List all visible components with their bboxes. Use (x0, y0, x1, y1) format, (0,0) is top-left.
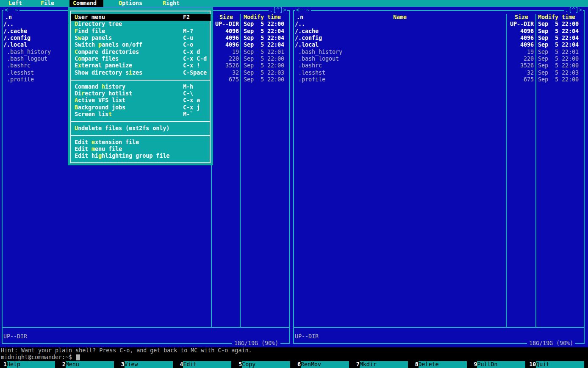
panel-right-ministatus-separator (294, 327, 584, 328)
menu-item-shortcut: C-x ! (183, 62, 200, 69)
fkey-3-view-button[interactable]: View (125, 361, 173, 368)
file-mtime: Sep 5 22:00 (244, 56, 284, 62)
file-name: .lesshst (295, 70, 325, 76)
panel-left-path[interactable]: <─ ~ (3, 7, 19, 14)
menubar-item-command[interactable]: Command (73, 0, 97, 7)
file-name: .bash_logout (295, 56, 339, 62)
file-size: 19 (508, 49, 534, 56)
menu-item-command-history[interactable]: Command historyM-h (71, 84, 211, 90)
menu-item-label: Show directory sizes (75, 70, 142, 76)
menu-divider (70, 121, 211, 122)
menubar-item-options[interactable]: Options (119, 0, 142, 7)
file-size: 4096 (213, 35, 239, 42)
menu-item-screen-list[interactable]: Screen listM-` (71, 111, 211, 118)
menu-item-swap-panels[interactable]: Swap panelsC-u (71, 35, 211, 42)
file-name: /.. (3, 21, 14, 28)
menu-item-user-menu[interactable]: User menuF2 (71, 14, 211, 21)
file-name: .bashrc (3, 62, 31, 69)
file-mtime: Sep 5 22:03 (244, 70, 284, 76)
menu-item-directory-hotlist[interactable]: Directory hotlistC-\ (71, 90, 211, 97)
panel-left-column-header-size[interactable]: Size (219, 14, 233, 21)
menu-item-shortcut: C-o (183, 42, 193, 48)
menu-item-label: Edit extension file (75, 139, 139, 146)
panel-left-sort-indicator[interactable]: .n (5, 14, 12, 21)
panel-left-nav-buttons[interactable]: .[^]> (269, 7, 287, 14)
menu-item-label: Command history (75, 84, 125, 90)
menu-item-directory-tree[interactable]: Directory tree (71, 21, 211, 28)
fkey-10-number: 10 (529, 361, 536, 368)
menu-item-edit-menu-file[interactable]: Edit menu file (71, 146, 211, 153)
fkey-7-mkdir-button[interactable]: Mkdir (360, 361, 408, 368)
fkey-9-number: 9 (470, 361, 477, 368)
menu-item-label: Find file (75, 28, 105, 35)
file-size: 220 (508, 56, 534, 62)
menubar: LeftFileCommandOptionsRight (0, 0, 588, 7)
panel-right-file-row[interactable]: .bash_history19Sep 5 22:01 (293, 49, 585, 56)
fkey-2-number: 2 (59, 361, 66, 368)
menu-item-compare-files[interactable]: Compare filesC-x C-d (71, 56, 211, 62)
menu-item-switch-panels-on-off[interactable]: Switch panels on/offC-o (71, 42, 211, 48)
menubar-item-right[interactable]: Right (163, 0, 180, 7)
menu-item-shortcut: C-\ (183, 90, 193, 97)
panel-right-file-row[interactable]: /.config4096Sep 5 22:04 (293, 35, 585, 42)
fkey-8-number: 8 (412, 361, 419, 368)
fkey-10-quit-button[interactable]: Quit (536, 361, 584, 368)
file-name: /.config (3, 35, 31, 42)
file-size: 32 (213, 70, 239, 76)
file-mtime: Sep 5 22:04 (538, 42, 579, 48)
menu-item-label: Edit menu file (75, 146, 122, 153)
file-size: 32 (508, 70, 534, 76)
fkey-1-help-button[interactable]: Help (7, 361, 55, 368)
menu-item-active-vfs-list[interactable]: Active VFS listC-x a (71, 97, 211, 104)
menu-item-undelete-files-ext2fs-only-[interactable]: Undelete files (ext2fs only) (71, 125, 211, 132)
menu-item-find-file[interactable]: Find fileM-? (71, 28, 211, 35)
fkey-5-number: 5 (235, 361, 242, 368)
file-name: .lesshst (3, 70, 34, 76)
fkey-2-menu-button[interactable]: Menu (66, 361, 114, 368)
panel-right-nav-buttons[interactable]: .[^]> (564, 7, 583, 14)
file-name: .bash_logout (3, 56, 47, 62)
file-mtime: Sep 5 22:00 (244, 76, 284, 83)
panel-right-file-row[interactable]: .bashrc3526Sep 5 22:00 (293, 62, 585, 69)
panel-right-file-row[interactable]: .lesshst32Sep 5 22:03 (293, 70, 585, 76)
fkey-8-delete-button[interactable]: Delete (419, 361, 467, 368)
fkey-6-renmov-button[interactable]: RenMov (301, 361, 349, 368)
menubar-item-file[interactable]: File (41, 0, 54, 7)
panel-right-path[interactable]: <─ ~ (295, 7, 311, 14)
menu-item-background-jobs[interactable]: Background jobsC-x j (71, 104, 211, 111)
file-size: 3526 (213, 62, 239, 69)
panel-right-file-row[interactable]: .bash_logout220Sep 5 22:00 (293, 56, 585, 62)
file-name: /.cache (295, 28, 319, 35)
menu-item-edit-extension-file[interactable]: Edit extension file (71, 139, 211, 146)
file-name: /.. (295, 21, 305, 28)
panel-right-file-row[interactable]: .profile675Sep 5 22:00 (293, 76, 585, 83)
panel-right-sort-indicator[interactable]: .n (297, 14, 303, 21)
file-size: 4096 (508, 35, 534, 42)
file-mtime: Sep 5 22:00 (244, 21, 284, 28)
fkey-5-copy-button[interactable]: Copy (242, 361, 290, 368)
panel-left-column-header-mtime[interactable]: Modify time (244, 14, 281, 21)
menu-item-external-panelize[interactable]: External panelizeC-x ! (71, 62, 211, 69)
menu-item-compare-directories[interactable]: Compare directoriesC-x d (71, 49, 211, 56)
panel-right-file-row[interactable]: /..UP--DIRSep 5 22:00 (293, 21, 585, 28)
panel-right-file-row[interactable]: /.local4096Sep 5 22:04 (293, 42, 585, 48)
menubar-item-left[interactable]: Left (8, 0, 22, 7)
file-name: /.local (295, 42, 319, 48)
fkey-9-pulldn-button[interactable]: PullDn (477, 361, 525, 368)
file-mtime: Sep 5 22:00 (538, 62, 579, 69)
panel-right-file-row[interactable]: /.cache4096Sep 5 22:04 (293, 28, 585, 35)
menu-item-edit-highlighting-group-file[interactable]: Edit highlighting group file (71, 153, 211, 159)
file-name: .profile (295, 76, 325, 83)
panel-right-column-header-mtime[interactable]: Modify time (538, 14, 575, 21)
panel-right-column-header-name[interactable]: Name (393, 14, 407, 21)
menu-item-label: User menu (75, 14, 105, 21)
menu-item-shortcut: C-Space (183, 70, 207, 76)
fkey-6-number: 6 (294, 361, 301, 368)
file-size: 220 (213, 56, 239, 62)
menu-item-label: Compare directories (75, 49, 139, 56)
fkey-4-edit-button[interactable]: Edit (183, 361, 231, 368)
panel-right-column-header-size[interactable]: Size (515, 14, 528, 21)
menu-item-show-directory-sizes[interactable]: Show directory sizesC-Space (71, 70, 211, 76)
shell-prompt[interactable]: midnight@commander:~$ (1, 354, 72, 361)
menu-item-label: Swap panels (75, 35, 112, 42)
